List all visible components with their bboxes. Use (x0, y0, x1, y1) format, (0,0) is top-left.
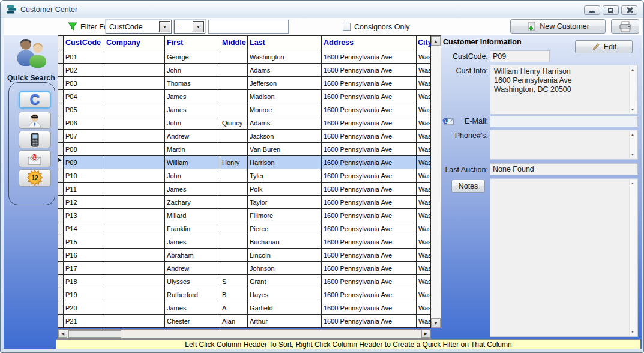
cell-company[interactable] (104, 262, 165, 275)
cell-custcode[interactable]: P18 (64, 275, 104, 288)
cell-first[interactable]: James (165, 90, 220, 103)
cell-address[interactable]: 1600 Pennsylvania Ave (322, 90, 417, 103)
cell-middle[interactable]: B (220, 288, 248, 301)
cell-last[interactable]: Garfield (248, 301, 322, 315)
cell-last[interactable]: Hayes (248, 288, 322, 301)
cell-middle[interactable] (220, 183, 248, 196)
scroll-down-icon[interactable]: ▼ (631, 108, 634, 112)
cell-city[interactable]: Washington (417, 90, 430, 103)
cell-address[interactable]: 1600 Pennsylvania Ave (322, 183, 417, 196)
chevron-down-icon[interactable]: ▼ (193, 21, 204, 32)
cell-company[interactable] (104, 156, 165, 169)
cell-custcode[interactable]: P03 (64, 77, 104, 90)
cell-city[interactable]: Washington (417, 315, 430, 328)
quick-search-email-button[interactable]: @ (19, 150, 51, 167)
cell-custcode[interactable]: P16 (64, 249, 104, 262)
table-row[interactable]: P16 Abraham Lincoln 1600 Pennsylvania Av… (58, 249, 430, 262)
cell-address[interactable]: 1600 Pennsylvania Ave (322, 77, 417, 90)
cell-last[interactable]: Johnson (248, 262, 322, 275)
cell-last[interactable]: Harrison (248, 156, 322, 169)
cell-custcode[interactable]: P17 (64, 262, 104, 275)
table-row[interactable]: P01 George Washington 1600 Pennsylvania … (58, 50, 430, 64)
cell-company[interactable] (104, 249, 165, 262)
cell-first[interactable]: John (165, 169, 220, 183)
header-company[interactable]: Company (104, 36, 165, 50)
cell-company[interactable] (104, 77, 165, 90)
cell-custcode[interactable]: P07 (64, 130, 104, 143)
table-row[interactable]: P04 James Madison 1600 Pennsylvania Ave … (58, 90, 430, 103)
cell-last[interactable]: Taylor (248, 196, 322, 209)
cell-last[interactable]: Van Buren (248, 143, 322, 156)
table-row[interactable]: P05 James Monroe 1600 Pennsylvania Ave W… (58, 103, 430, 116)
cell-last[interactable]: Polk (248, 183, 322, 196)
print-button[interactable] (611, 19, 639, 34)
cell-middle[interactable] (220, 77, 248, 90)
table-row[interactable]: P06 John Quincy Adams 1600 Pennsylvania … (58, 116, 430, 130)
table-row[interactable]: P15 James Buchanan 1600 Pennsylvania Ave… (58, 235, 430, 249)
cell-address[interactable]: 1600 Pennsylvania Ave (322, 315, 417, 328)
cell-custcode[interactable]: P20 (64, 301, 104, 315)
header-middle[interactable]: Middle (220, 36, 248, 50)
cell-last[interactable]: Arthur (248, 315, 322, 328)
phones-scrollbar[interactable]: ▲ ▼ (629, 131, 637, 158)
cell-first[interactable]: Chester (165, 315, 220, 328)
scroll-up-icon[interactable]: ▲ (631, 181, 634, 185)
email-field[interactable] (490, 116, 638, 127)
table-row[interactable]: P17 Andrew Johnson 1600 Pennsylvania Ave… (58, 262, 430, 275)
cell-company[interactable] (104, 275, 165, 288)
cell-first[interactable]: Ulysses (165, 275, 220, 288)
scroll-up-icon[interactable]: ▲ (631, 133, 634, 136)
cell-last[interactable]: Adams (248, 64, 322, 77)
filter-field-select[interactable]: CustCode ▼ (106, 20, 172, 34)
table-horizontal-scrollbar[interactable]: ◀ ▶ (58, 329, 431, 339)
cell-custcode[interactable]: P21 (64, 315, 104, 328)
cell-company[interactable] (104, 103, 165, 116)
table-row[interactable]: P20 James A Garfield 1600 Pennsylvania A… (58, 301, 430, 315)
cell-first[interactable]: Abraham (165, 249, 220, 262)
header-address[interactable]: Address (322, 36, 417, 50)
scroll-down-icon[interactable]: ▼ (631, 153, 634, 157)
cell-first[interactable]: Rutherford (165, 288, 220, 301)
header-last[interactable]: Last (248, 36, 322, 50)
cell-address[interactable]: 1600 Pennsylvania Ave (322, 64, 417, 77)
notes-button[interactable]: Notes (451, 180, 485, 193)
cell-middle[interactable] (220, 130, 248, 143)
cell-first[interactable]: Martin (165, 143, 220, 156)
cell-last[interactable]: Fillmore (248, 209, 322, 222)
cell-custcode[interactable]: P10 (64, 169, 104, 183)
cell-company[interactable] (104, 116, 165, 130)
cell-first[interactable]: Thomas (165, 77, 220, 90)
cell-custcode[interactable]: P14 (64, 222, 104, 235)
cell-first[interactable]: James (165, 235, 220, 249)
filter-operator-select[interactable]: = ▼ (174, 20, 205, 34)
notes-area[interactable]: ▲ ▼ (490, 178, 638, 337)
cell-company[interactable] (104, 169, 165, 183)
cell-city[interactable]: Washington (417, 235, 430, 249)
cell-middle[interactable] (220, 209, 248, 222)
cell-city[interactable]: Washington (417, 196, 430, 209)
quick-search-phone-button[interactable] (19, 131, 51, 148)
table-row[interactable]: P08 Martin Van Buren 1600 Pennsylvania A… (58, 143, 430, 156)
cell-custcode[interactable]: P02 (64, 64, 104, 77)
minimize-button[interactable] (584, 5, 600, 15)
cell-address[interactable]: 1600 Pennsylvania Ave (322, 262, 417, 275)
cell-first[interactable]: James (165, 183, 220, 196)
cell-first[interactable]: James (165, 301, 220, 315)
scroll-up-icon[interactable]: ▲ (431, 36, 441, 46)
cell-city[interactable]: Washington (417, 209, 430, 222)
cell-last[interactable]: Grant (248, 275, 322, 288)
cell-last[interactable]: Washington (248, 50, 322, 64)
cell-custcode[interactable]: P13 (64, 209, 104, 222)
cell-address[interactable]: 1600 Pennsylvania Ave (322, 288, 417, 301)
cell-city[interactable]: Washington (417, 143, 430, 156)
cell-address[interactable]: 1600 Pennsylvania Ave (322, 103, 417, 116)
cell-city[interactable]: Washington (417, 275, 430, 288)
cell-last[interactable]: Jackson (248, 130, 322, 143)
cell-company[interactable] (104, 64, 165, 77)
cell-address[interactable]: 1600 Pennsylvania Ave (322, 116, 417, 130)
cell-first[interactable]: Millard (165, 209, 220, 222)
cell-address[interactable]: 1600 Pennsylvania Ave (322, 50, 417, 64)
cell-address[interactable]: 1600 Pennsylvania Ave (322, 235, 417, 249)
cell-company[interactable] (104, 143, 165, 156)
cell-first[interactable]: John (165, 116, 220, 130)
